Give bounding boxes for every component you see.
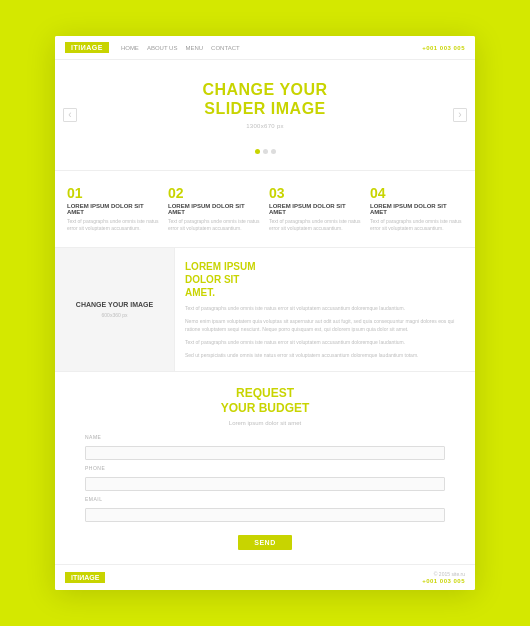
content-image-size: 600x360 px (102, 312, 128, 318)
header-logo: ІТІИАGE (65, 42, 109, 53)
feature-text-1: Text of paragraphs unde omnis iste natus… (67, 218, 160, 233)
footer-logo: ІТІИАGE (65, 572, 105, 583)
hero-subtitle: 1300x670 px (65, 123, 465, 129)
feature-title-1: LOREM IPSUM DOLOR SIT AMET (67, 203, 160, 215)
feature-title-4: LOREM IPSUM DOLOR SIT AMET (370, 203, 463, 215)
feature-item-3: 03 LOREM IPSUM DOLOR SIT AMET Text of pa… (269, 185, 362, 233)
content-para-2: Nemo enim ipsam voluptatem quia voluptas… (185, 317, 465, 333)
feature-num-4: 04 (370, 185, 463, 201)
feature-item-2: 02 LOREM IPSUM DOLOR SIT AMET Text of pa… (168, 185, 261, 233)
form-field-phone: PHONE (85, 465, 445, 491)
feature-num-3: 03 (269, 185, 362, 201)
nav-item-menu[interactable]: MENU (185, 45, 203, 51)
header-phone: +001 003 005 (422, 45, 465, 51)
nav-item-home[interactable]: HOME (121, 45, 139, 51)
feature-title-3: LOREM IPSUM DOLOR SIT AMET (269, 203, 362, 215)
hero-dot-2[interactable] (263, 149, 268, 154)
form-subtitle: Lorem ipsum dolor sit amet (85, 420, 445, 426)
header-nav: HOME ABOUT US MENU CONTACT (121, 45, 422, 51)
footer-phone: +001 003 005 (422, 578, 465, 584)
features-section: 01 LOREM IPSUM DOLOR SIT AMET Text of pa… (55, 171, 475, 248)
form-field-name: NAME (85, 434, 445, 460)
feature-item-1: 01 LOREM IPSUM DOLOR SIT AMET Text of pa… (67, 185, 160, 233)
form-field-email: EMAIL (85, 496, 445, 522)
footer: ІТІИАGE © 2015 site.ru +001 003 005 (55, 564, 475, 590)
content-heading: LOREM IPSUM DOLOR SIT AMET. (185, 260, 465, 299)
hero-title: CHANGE YOUR SLIDER IMAGE (65, 80, 465, 118)
footer-copy: © 2015 site.ru (422, 571, 465, 577)
form-section: REQUEST YOUR BUDGET Lorem ipsum dolor si… (55, 372, 475, 564)
hero-next-button[interactable]: › (453, 108, 467, 122)
hero-prev-button[interactable]: ‹ (63, 108, 77, 122)
hero-dot-1[interactable] (255, 149, 260, 154)
content-text-col: LOREM IPSUM DOLOR SIT AMET. Text of para… (175, 248, 475, 371)
hero-dot-3[interactable] (271, 149, 276, 154)
hero-section: ‹ CHANGE YOUR SLIDER IMAGE 1300x670 px › (55, 60, 475, 170)
content-image-col: CHANGE YOUR IMAGE 600x360 px (55, 248, 175, 371)
submit-button[interactable]: SEND (238, 535, 291, 550)
nav-item-contact[interactable]: CONTACT (211, 45, 240, 51)
footer-right: © 2015 site.ru +001 003 005 (422, 571, 465, 584)
phone-input[interactable] (85, 477, 445, 491)
feature-text-3: Text of paragraphs unde omnis iste natus… (269, 218, 362, 233)
header: ІТІИАGE HOME ABOUT US MENU CONTACT +001 … (55, 36, 475, 60)
outer-wrapper: ІТІИАGE HOME ABOUT US MENU CONTACT +001 … (0, 0, 530, 626)
email-input[interactable] (85, 508, 445, 522)
content-section: CHANGE YOUR IMAGE 600x360 px LOREM IPSUM… (55, 248, 475, 372)
name-label: NAME (85, 434, 445, 440)
feature-num-1: 01 (67, 185, 160, 201)
email-label: EMAIL (85, 496, 445, 502)
hero-dots (65, 149, 465, 154)
feature-num-2: 02 (168, 185, 261, 201)
phone-label: PHONE (85, 465, 445, 471)
content-para-1: Text of paragraphs unde omnis iste natus… (185, 304, 465, 312)
feature-title-2: LOREM IPSUM DOLOR SIT AMET (168, 203, 261, 215)
feature-text-4: Text of paragraphs unde omnis iste natus… (370, 218, 463, 233)
content-para-3: Text of paragraphs unde omnis iste natus… (185, 338, 465, 346)
name-input[interactable] (85, 446, 445, 460)
content-para-4: Sed ut perspiciatis unde omnis iste natu… (185, 351, 465, 359)
page-card: ІТІИАGE HOME ABOUT US MENU CONTACT +001 … (55, 36, 475, 590)
content-image-label: CHANGE YOUR IMAGE (76, 300, 153, 309)
nav-item-about[interactable]: ABOUT US (147, 45, 178, 51)
feature-item-4: 04 LOREM IPSUM DOLOR SIT AMET Text of pa… (370, 185, 463, 233)
feature-text-2: Text of paragraphs unde omnis iste natus… (168, 218, 261, 233)
form-title: REQUEST YOUR BUDGET (85, 386, 445, 417)
